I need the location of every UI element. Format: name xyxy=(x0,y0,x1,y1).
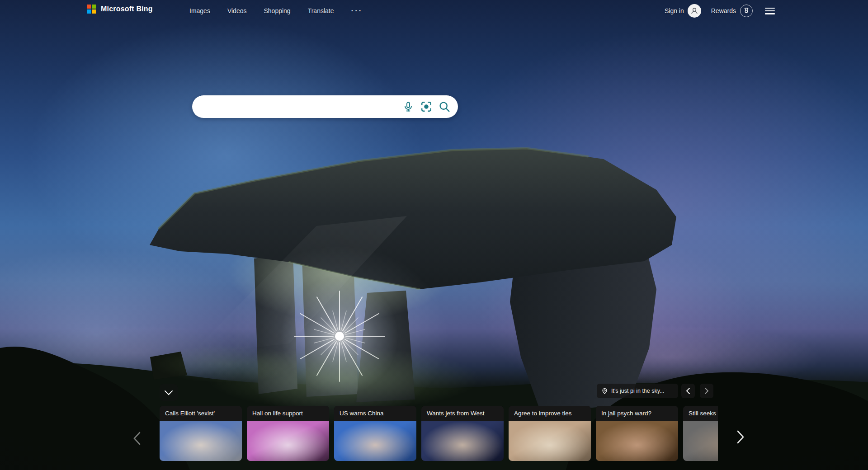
news-card[interactable]: Agree to improve ties xyxy=(509,406,591,461)
news-card[interactable]: Still seeks xyxy=(683,406,718,461)
next-image-button[interactable] xyxy=(700,384,713,398)
news-card-title: US warns China xyxy=(334,406,416,421)
search-bar xyxy=(192,95,458,118)
image-info-button[interactable]: It's just pi in the sky... xyxy=(597,384,678,398)
nav-item-videos[interactable]: Videos xyxy=(227,7,247,14)
microphone-icon[interactable] xyxy=(402,101,414,113)
news-card-image xyxy=(334,421,416,461)
news-card-image xyxy=(247,421,329,461)
search-icon[interactable] xyxy=(438,101,450,113)
news-card-image xyxy=(683,421,718,461)
microsoft-logo-icon xyxy=(87,5,96,14)
bing-logo[interactable]: Microsoft Bing xyxy=(87,5,153,14)
news-card-image xyxy=(160,421,242,461)
news-card[interactable]: Wants jets from West xyxy=(421,406,504,461)
news-carousel-track: Calls Elliott 'sexist' Hall on life supp… xyxy=(160,406,718,461)
primary-nav: Images Videos Shopping Translate ··· xyxy=(189,0,363,22)
location-pin-icon xyxy=(601,388,608,395)
person-icon xyxy=(689,6,699,16)
image-info-text: It's just pi in the sky... xyxy=(611,388,664,394)
nav-more-menu[interactable]: ··· xyxy=(351,6,363,15)
logo-square-red xyxy=(87,5,91,9)
news-card[interactable]: In jail psych ward? xyxy=(596,406,678,461)
carousel-next-arrow[interactable] xyxy=(732,428,749,446)
nav-item-translate[interactable]: Translate xyxy=(308,7,334,14)
chevron-right-icon xyxy=(703,387,710,395)
news-card[interactable]: US warns China xyxy=(334,406,416,461)
sign-in-button[interactable]: Sign in xyxy=(665,7,684,14)
previous-image-button[interactable] xyxy=(681,384,695,398)
topbar-right-group: Sign in Rewards xyxy=(665,0,868,22)
news-card-image xyxy=(509,421,591,461)
nav-item-shopping[interactable]: Shopping xyxy=(264,7,290,14)
visual-search-icon[interactable] xyxy=(420,101,432,113)
chevron-down-icon xyxy=(163,389,174,397)
chevron-left-icon xyxy=(685,387,691,395)
news-carousel: Calls Elliott 'sexist' Hall on life supp… xyxy=(160,406,718,461)
news-card-title: Hall on life support xyxy=(247,406,329,421)
news-card-title: Agree to improve ties xyxy=(509,406,591,421)
news-card-title: Wants jets from West xyxy=(421,406,504,421)
chevron-left-icon xyxy=(131,431,143,446)
news-card-image xyxy=(421,421,504,461)
carousel-previous-arrow[interactable] xyxy=(129,429,145,447)
scroll-down-button[interactable] xyxy=(160,384,178,401)
nav-item-images[interactable]: Images xyxy=(189,7,210,14)
news-card-title: Still seeks xyxy=(683,406,718,421)
search-input[interactable] xyxy=(192,95,402,118)
chevron-right-icon xyxy=(735,429,746,445)
rewards-button[interactable]: Rewards xyxy=(711,7,736,14)
search-icon-group xyxy=(402,101,458,113)
logo-square-blue xyxy=(87,9,91,14)
logo-text: Microsoft Bing xyxy=(101,5,153,13)
news-card-image xyxy=(596,421,678,461)
top-navigation-bar: Microsoft Bing Images Videos Shopping Tr… xyxy=(0,0,868,22)
logo-square-yellow xyxy=(92,9,96,14)
news-card-title: Calls Elliott 'sexist' xyxy=(160,406,242,421)
hamburger-menu-icon[interactable] xyxy=(765,8,775,14)
avatar[interactable] xyxy=(688,4,701,18)
news-card[interactable]: Hall on life support xyxy=(247,406,329,461)
news-card-title: In jail psych ward? xyxy=(596,406,678,421)
news-card[interactable]: Calls Elliott 'sexist' xyxy=(160,406,242,461)
logo-square-green xyxy=(92,5,96,9)
rewards-medal-icon[interactable] xyxy=(740,5,753,17)
background-photo-dolmen xyxy=(0,0,868,470)
bing-homepage: Microsoft Bing Images Videos Shopping Tr… xyxy=(0,0,868,470)
